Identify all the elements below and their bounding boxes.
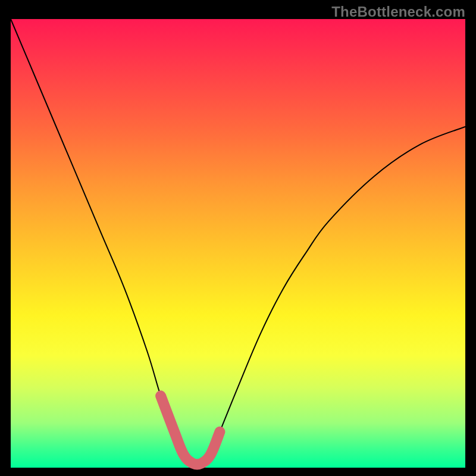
- bottleneck-highlight: [161, 396, 220, 464]
- watermark-text: TheBottleneck.com: [331, 4, 465, 20]
- chart-frame: TheBottleneck.com: [0, 0, 476, 476]
- plot-area: [11, 19, 465, 468]
- curve-svg: [11, 19, 465, 468]
- bottleneck-curve: [11, 19, 465, 465]
